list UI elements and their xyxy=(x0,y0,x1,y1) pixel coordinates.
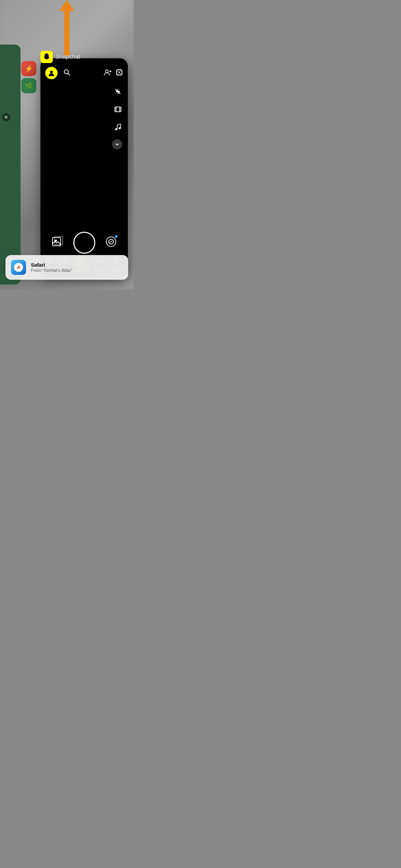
gallery-button[interactable] xyxy=(51,236,64,250)
svg-point-1 xyxy=(64,70,69,74)
mini-icon-green-app: 🌿 xyxy=(21,78,36,93)
svg-point-0 xyxy=(50,71,53,73)
shutter-inner xyxy=(75,234,93,252)
add-friend-icon[interactable] xyxy=(104,69,112,77)
svg-point-20 xyxy=(106,237,116,246)
svg-point-3 xyxy=(106,70,108,73)
close-app-button[interactable]: ✕ xyxy=(2,113,10,121)
arrow-body xyxy=(64,11,70,56)
shutter-button[interactable] xyxy=(73,232,95,254)
svg-line-2 xyxy=(68,73,70,75)
rotate-camera-icon[interactable] xyxy=(116,69,123,77)
svg-point-16 xyxy=(119,127,121,129)
notification-app-name: Safari xyxy=(31,262,72,268)
notification-source: From “Serhat’s iMac” xyxy=(31,268,72,273)
lens-button[interactable] xyxy=(105,236,117,250)
flash-off-icon[interactable] xyxy=(112,86,124,97)
mini-app-icons: ⚡ 🌿 xyxy=(21,61,36,93)
lens-notification-dot xyxy=(114,235,118,238)
mini-icon-red-app: ⚡ xyxy=(21,61,36,76)
search-icon[interactable] xyxy=(63,69,71,78)
arrow-head xyxy=(59,0,74,11)
notification-text: Safari From “Serhat’s iMac” xyxy=(31,262,72,273)
more-tools-button[interactable] xyxy=(112,139,122,149)
right-tools xyxy=(112,86,124,149)
orange-arrow xyxy=(59,0,74,56)
svg-point-21 xyxy=(109,239,113,244)
snapchat-card: Map Chat Camera xyxy=(40,58,128,278)
svg-point-15 xyxy=(115,128,117,130)
top-right-controls xyxy=(104,69,123,77)
svg-rect-8 xyxy=(115,107,121,112)
avatar-button[interactable] xyxy=(45,67,58,79)
snapchat-app-icon[interactable] xyxy=(40,51,53,63)
camera-controls xyxy=(40,232,128,254)
music-icon[interactable] xyxy=(112,121,124,133)
background-app-card-green xyxy=(0,45,21,285)
safari-notification[interactable]: Safari From “Serhat’s iMac” xyxy=(5,255,128,280)
film-strip-icon[interactable] xyxy=(112,104,124,115)
safari-icon xyxy=(11,260,26,275)
